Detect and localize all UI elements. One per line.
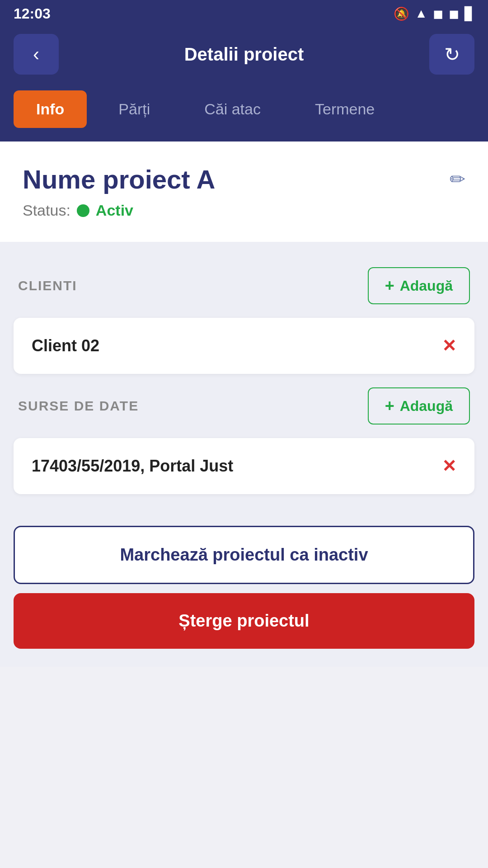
client-name-1: Client 02 (32, 336, 99, 355)
header: ‹ Detalii proiect ↻ (0, 27, 488, 81)
bottom-actions: Marchează proiectul ca inactiv Șterge pr… (0, 512, 488, 667)
tab-termene[interactable]: Termene (292, 90, 397, 128)
plus-icon: + (385, 276, 394, 295)
status-time: 12:03 (14, 5, 51, 22)
sursa-card-1: 17403/55/2019, Portal Just ✕ (14, 438, 474, 494)
add-sursa-button[interactable]: + Adaugă (368, 387, 470, 425)
status-indicator (77, 204, 89, 217)
add-client-label: Adaugă (400, 278, 453, 294)
remove-sursa-button-1[interactable]: ✕ (442, 456, 456, 476)
refresh-icon: ↻ (444, 43, 460, 66)
add-client-button[interactable]: + Adaugă (368, 267, 470, 304)
wifi-icon: ▲ (415, 6, 427, 21)
project-title: Nume proiect A (23, 164, 215, 194)
status-icons: 🔕 ▲ ◼ ◼ ▊ (394, 6, 474, 21)
add-sursa-label: Adaugă (400, 398, 453, 415)
tabs-bar: Info Părți Căi atac Termene (0, 81, 488, 142)
tab-cai-atac[interactable]: Căi atac (182, 90, 283, 128)
notification-icon: 🔕 (394, 6, 409, 21)
back-button[interactable]: ‹ (14, 34, 59, 75)
tab-parti[interactable]: Părți (96, 90, 173, 128)
status-bar: 12:03 🔕 ▲ ◼ ◼ ▊ (0, 0, 488, 27)
status-label: Status: (23, 202, 70, 219)
refresh-button[interactable]: ↻ (429, 34, 474, 75)
delete-button[interactable]: Șterge proiectul (14, 593, 474, 649)
surse-label: SURSE DE DATE (18, 398, 139, 414)
main-sections: CLIENTI + Adaugă Client 02 ✕ SURSE DE DA… (0, 249, 488, 512)
signal-icon-1: ◼ (433, 6, 443, 21)
project-header: Nume proiect A ✏ Status: Activ (0, 142, 488, 242)
status-row: Status: Activ (23, 202, 465, 219)
project-title-row: Nume proiect A ✏ (23, 164, 465, 194)
tab-info[interactable]: Info (14, 90, 87, 128)
remove-client-button-1[interactable]: ✕ (442, 336, 456, 356)
edit-button[interactable]: ✏ (450, 168, 465, 190)
content-area: Nume proiect A ✏ Status: Activ CLIENTI +… (0, 142, 488, 667)
battery-icon: ▊ (465, 6, 474, 21)
surse-section-header: SURSE DE DATE + Adaugă (14, 387, 474, 425)
section-divider-1 (0, 242, 488, 249)
client-card-1: Client 02 ✕ (14, 318, 474, 374)
signal-icon-2: ◼ (449, 6, 459, 21)
sursa-name-1: 17403/55/2019, Portal Just (32, 457, 233, 476)
clienti-label: CLIENTI (18, 278, 77, 293)
clienti-section-header: CLIENTI + Adaugă (14, 267, 474, 304)
mark-inactive-button[interactable]: Marchează proiectul ca inactiv (14, 526, 474, 584)
back-icon: ‹ (33, 43, 39, 65)
status-value: Activ (96, 202, 133, 219)
plus-icon-2: + (385, 396, 394, 415)
page-title: Detalii proiect (59, 44, 429, 65)
